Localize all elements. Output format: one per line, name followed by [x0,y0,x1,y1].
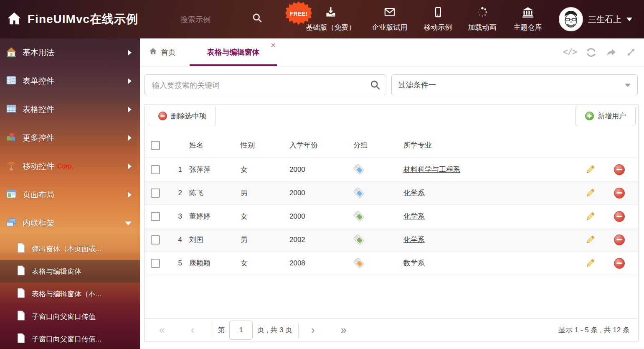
file-icon [17,311,25,322]
row-number: 5 [170,259,182,267]
major-link[interactable]: 数学系 [403,259,425,267]
add-user-button[interactable]: 新增用户 [576,106,636,126]
row-checkbox[interactable] [151,165,160,174]
source-code-icon[interactable]: </> [563,48,577,57]
refresh-icon[interactable] [586,47,597,58]
edit-pencil-icon[interactable] [580,188,601,198]
select-all-checkbox[interactable] [151,141,160,150]
grid-panel: 删除选中项 新增用户 姓名 性别 入学年份 分组 所学专业 1 张萍萍 女 [144,104,639,341]
column-header-year[interactable]: 入学年份 [285,140,348,150]
row-checkbox[interactable] [151,212,160,221]
corp-badge: Corp. [57,163,74,170]
major-link[interactable]: 材料科学与工程系 [403,166,460,173]
keyword-search-box [144,74,386,95]
users-table: 姓名 性别 入学年份 分组 所学专业 1 张萍萍 女 2000 材料科学与工程系 [145,133,638,275]
sidebar-subitem-grid-edit-window[interactable]: 表格与编辑窗体 [0,260,140,283]
tag-icon [348,164,396,175]
tab-active-label: 表格与编辑窗体 [207,48,260,56]
major-link[interactable]: 化学系 [403,236,425,244]
row-checkbox[interactable] [151,189,160,198]
delete-row-icon[interactable] [614,234,625,245]
header-search-input[interactable] [180,11,248,28]
cell-name: 董婷婷 [182,211,236,221]
nav-item-loading-animations[interactable]: 加载动画 [464,0,500,38]
next-page-button[interactable]: › [311,325,314,335]
divider [211,322,211,338]
frames-icon [6,217,17,229]
column-header-name[interactable]: 姓名 [182,140,236,150]
sidebar-menu: 基本用法 表单控件 表格控件 更多控件 移动控件 Corp. 页面布局 内联框架… [0,38,140,349]
edit-pencil-icon[interactable] [580,258,601,268]
nav-label: 加载动画 [468,23,497,32]
nav-item-mobile-demo[interactable]: 移动示例 [420,0,456,38]
chevron-right-icon [128,135,132,141]
tab-grid-edit-window[interactable]: 表格与编辑窗体 ✕ [190,38,277,66]
chevron-right-icon [128,50,132,56]
user-menu[interactable]: 三生石上 [559,0,632,38]
search-icon[interactable] [252,13,263,25]
open-new-window-icon[interactable] [606,47,617,58]
close-icon[interactable]: ✕ [271,42,276,49]
table-header-row: 姓名 性别 入学年份 分组 所学专业 [145,133,638,158]
sidebar-item-more-controls[interactable]: 更多控件 [0,124,140,152]
column-header-gender[interactable]: 性别 [236,140,285,150]
delete-row-icon[interactable] [614,211,625,222]
sidebar-subitem-child-to-parent-2[interactable]: 子窗口向父窗口传值... [0,328,140,349]
tab-home-label: 首页 [161,47,176,57]
cell-name: 康颖颖 [182,258,236,268]
top-header-bar: FineUIMvc在线示例 FREE! 基础版（免费） 企业版试用 移动示例 [0,0,644,38]
sidebar-subitem-popup-window[interactable]: 弹出窗体（本页面或... [0,237,140,260]
minus-circle-icon [158,112,167,120]
filter-dropdown[interactable]: 过滤条件一 [391,74,638,95]
page-number-input[interactable] [229,321,253,340]
delete-row-icon[interactable] [614,188,625,199]
row-checkbox[interactable] [151,235,160,245]
column-header-major[interactable]: 所学专业 [396,140,576,150]
delete-row-icon[interactable] [614,164,625,175]
delete-selected-button[interactable]: 删除选中项 [149,106,216,126]
major-link[interactable]: 化学系 [403,212,425,220]
row-checkbox[interactable] [151,259,160,268]
page-prefix-label: 第 [218,325,225,335]
tab-home[interactable]: 首页 [149,38,176,66]
mobile-icon [432,6,444,20]
search-icon[interactable] [370,79,381,92]
sidebar-subitem-grid-edit-window-2[interactable]: 表格与编辑窗体（不... [0,283,140,305]
cell-gender: 女 [236,211,285,221]
first-page-button[interactable]: « [159,325,165,335]
sidebar-item-mobile-controls[interactable]: 移动控件 Corp. [0,152,140,181]
row-number: 1 [170,166,182,174]
last-page-button[interactable]: » [341,325,347,335]
prev-page-button[interactable]: ‹ [191,325,194,335]
app-logo[interactable]: FineUIMvc在线示例 [7,0,138,38]
file-icon [17,243,25,255]
column-header-group[interactable]: 分组 [348,140,396,150]
antenna-icon [6,160,17,173]
row-number: 3 [170,212,182,221]
sidebar-item-page-layout[interactable]: 页面布局 [0,181,140,209]
edit-pencil-icon[interactable] [580,211,601,222]
edit-pencil-icon[interactable] [580,164,601,175]
table-row: 5 康颖颖 女 2008 数学系 [145,252,638,275]
keyword-search-input[interactable] [151,75,366,96]
expand-icon[interactable] [626,47,636,58]
nav-item-enterprise-trial[interactable]: 企业版试用 [369,0,411,38]
cell-name: 张萍萍 [182,165,236,174]
sidebar-item-form-controls[interactable]: 表单控件 [0,67,140,95]
sidebar-item-grid-controls[interactable]: 表格控件 [0,95,140,124]
nav-item-basic-edition[interactable]: 基础版（免费） [305,0,357,38]
header-search[interactable] [180,11,246,28]
layout-icon [6,189,17,201]
free-badge: FREE! [286,1,312,27]
major-link[interactable]: 化学系 [403,189,425,197]
sidebar-item-basic-usage[interactable]: 基本用法 [0,38,140,67]
sidebar-item-iframe[interactable]: 内联框架 [0,209,140,237]
app-title: FineUIMvc在线示例 [28,11,138,27]
edit-pencil-icon[interactable] [580,234,601,245]
pagination-bar: « ‹ 第 页 , 共 3 页 › » 显示 1 - 5 条 , 共 12 条 [145,318,638,341]
sidebar-subitem-child-to-parent[interactable]: 子窗口向父窗口传值 [0,305,140,328]
cell-gender: 男 [236,188,285,198]
nav-item-theme-repo[interactable]: 主题仓库 [510,0,545,38]
table-icon [6,103,17,116]
delete-row-icon[interactable] [614,258,625,269]
